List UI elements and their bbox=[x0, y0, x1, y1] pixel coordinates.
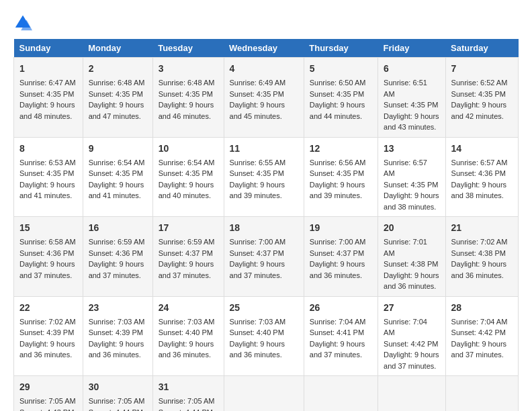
calendar-cell: 9Sunrise: 6:54 AMSunset: 4:35 PMDaylight… bbox=[83, 137, 152, 217]
calendar-cell: 16Sunrise: 6:59 AMSunset: 4:36 PMDayligh… bbox=[83, 217, 152, 297]
day-number: 15 bbox=[19, 221, 77, 235]
day-number: 3 bbox=[159, 62, 218, 76]
day-number: 30 bbox=[89, 380, 147, 394]
week-row-3: 15Sunrise: 6:58 AMSunset: 4:36 PMDayligh… bbox=[14, 217, 519, 297]
col-header-saturday: Saturday bbox=[445, 39, 518, 58]
day-number: 4 bbox=[230, 62, 298, 76]
calendar-cell: 15Sunrise: 6:58 AMSunset: 4:36 PMDayligh… bbox=[14, 217, 83, 297]
calendar-cell: 14Sunrise: 6:57 AMSunset: 4:36 PMDayligh… bbox=[445, 137, 518, 217]
calendar-cell: 5Sunrise: 6:50 AMSunset: 4:35 PMDaylight… bbox=[304, 58, 378, 138]
calendar-cell: 27Sunrise: 7:04 AMSunset: 4:42 PMDayligh… bbox=[378, 296, 446, 376]
col-header-friday: Friday bbox=[378, 39, 446, 58]
calendar-cell bbox=[378, 376, 446, 412]
day-number: 21 bbox=[451, 221, 513, 235]
calendar-cell bbox=[304, 376, 378, 412]
logo bbox=[13, 13, 35, 32]
day-number: 29 bbox=[19, 380, 77, 394]
day-number: 11 bbox=[230, 142, 298, 156]
page-header bbox=[13, 13, 519, 32]
calendar-table: SundayMondayTuesdayWednesdayThursdayFrid… bbox=[13, 39, 519, 411]
calendar-cell: 10Sunrise: 6:54 AMSunset: 4:35 PMDayligh… bbox=[152, 137, 224, 217]
calendar-cell: 19Sunrise: 7:00 AMSunset: 4:37 PMDayligh… bbox=[304, 217, 378, 297]
week-row-2: 8Sunrise: 6:53 AMSunset: 4:35 PMDaylight… bbox=[14, 137, 519, 217]
calendar-cell: 23Sunrise: 7:03 AMSunset: 4:39 PMDayligh… bbox=[83, 296, 152, 376]
calendar-cell bbox=[445, 376, 518, 412]
calendar-cell: 24Sunrise: 7:03 AMSunset: 4:40 PMDayligh… bbox=[152, 296, 224, 376]
day-number: 31 bbox=[159, 380, 218, 394]
day-number: 17 bbox=[159, 221, 218, 235]
day-number: 19 bbox=[310, 221, 372, 235]
calendar-cell: 6Sunrise: 6:51 AMSunset: 4:35 PMDaylight… bbox=[378, 58, 446, 138]
col-header-sunday: Sunday bbox=[14, 39, 83, 58]
calendar-cell: 25Sunrise: 7:03 AMSunset: 4:40 PMDayligh… bbox=[224, 296, 304, 376]
calendar-cell: 17Sunrise: 6:59 AMSunset: 4:37 PMDayligh… bbox=[152, 217, 224, 297]
calendar-cell: 28Sunrise: 7:04 AMSunset: 4:42 PMDayligh… bbox=[445, 296, 518, 376]
calendar-cell: 22Sunrise: 7:02 AMSunset: 4:39 PMDayligh… bbox=[14, 296, 83, 376]
calendar-cell: 8Sunrise: 6:53 AMSunset: 4:35 PMDaylight… bbox=[14, 137, 83, 217]
day-number: 5 bbox=[310, 62, 372, 76]
calendar-cell bbox=[224, 376, 304, 412]
day-number: 8 bbox=[19, 142, 77, 156]
calendar-cell: 20Sunrise: 7:01 AMSunset: 4:38 PMDayligh… bbox=[378, 217, 446, 297]
col-header-monday: Monday bbox=[83, 39, 152, 58]
day-number: 9 bbox=[89, 142, 147, 156]
day-number: 27 bbox=[384, 301, 440, 315]
calendar-cell: 21Sunrise: 7:02 AMSunset: 4:38 PMDayligh… bbox=[445, 217, 518, 297]
calendar-cell: 1Sunrise: 6:47 AMSunset: 4:35 PMDaylight… bbox=[14, 58, 83, 138]
calendar-cell: 30Sunrise: 7:05 AMSunset: 4:44 PMDayligh… bbox=[83, 376, 152, 412]
day-number: 16 bbox=[89, 221, 147, 235]
calendar-cell: 29Sunrise: 7:05 AMSunset: 4:43 PMDayligh… bbox=[14, 376, 83, 412]
calendar-cell: 3Sunrise: 6:48 AMSunset: 4:35 PMDaylight… bbox=[152, 58, 224, 138]
calendar-cell: 31Sunrise: 7:05 AMSunset: 4:44 PMDayligh… bbox=[152, 376, 224, 412]
day-number: 10 bbox=[159, 142, 218, 156]
calendar-cell: 11Sunrise: 6:55 AMSunset: 4:35 PMDayligh… bbox=[224, 137, 304, 217]
day-number: 28 bbox=[451, 301, 513, 315]
day-number: 23 bbox=[89, 301, 147, 315]
calendar-cell: 12Sunrise: 6:56 AMSunset: 4:35 PMDayligh… bbox=[304, 137, 378, 217]
col-header-wednesday: Wednesday bbox=[224, 39, 304, 58]
day-number: 12 bbox=[310, 142, 372, 156]
day-number: 14 bbox=[451, 142, 513, 156]
day-number: 18 bbox=[230, 221, 298, 235]
col-header-thursday: Thursday bbox=[304, 39, 378, 58]
day-number: 26 bbox=[310, 301, 372, 315]
day-number: 20 bbox=[384, 221, 440, 235]
day-number: 13 bbox=[384, 142, 440, 156]
calendar-cell: 7Sunrise: 6:52 AMSunset: 4:35 PMDaylight… bbox=[445, 58, 518, 138]
day-number: 7 bbox=[451, 62, 513, 76]
calendar-cell: 26Sunrise: 7:04 AMSunset: 4:41 PMDayligh… bbox=[304, 296, 378, 376]
day-number: 25 bbox=[230, 301, 298, 315]
col-header-tuesday: Tuesday bbox=[152, 39, 224, 58]
calendar-cell: 4Sunrise: 6:49 AMSunset: 4:35 PMDaylight… bbox=[224, 58, 304, 138]
week-row-5: 29Sunrise: 7:05 AMSunset: 4:43 PMDayligh… bbox=[14, 376, 519, 412]
calendar-cell: 13Sunrise: 6:57 AMSunset: 4:35 PMDayligh… bbox=[378, 137, 446, 217]
week-row-4: 22Sunrise: 7:02 AMSunset: 4:39 PMDayligh… bbox=[14, 296, 519, 376]
calendar-cell: 18Sunrise: 7:00 AMSunset: 4:37 PMDayligh… bbox=[224, 217, 304, 297]
day-number: 1 bbox=[19, 62, 77, 76]
day-number: 2 bbox=[89, 62, 147, 76]
calendar-cell: 2Sunrise: 6:48 AMSunset: 4:35 PMDaylight… bbox=[83, 58, 152, 138]
logo-icon bbox=[13, 13, 32, 32]
week-row-1: 1Sunrise: 6:47 AMSunset: 4:35 PMDaylight… bbox=[14, 58, 519, 138]
day-number: 6 bbox=[384, 62, 440, 76]
day-number: 22 bbox=[19, 301, 77, 315]
day-number: 24 bbox=[159, 301, 218, 315]
